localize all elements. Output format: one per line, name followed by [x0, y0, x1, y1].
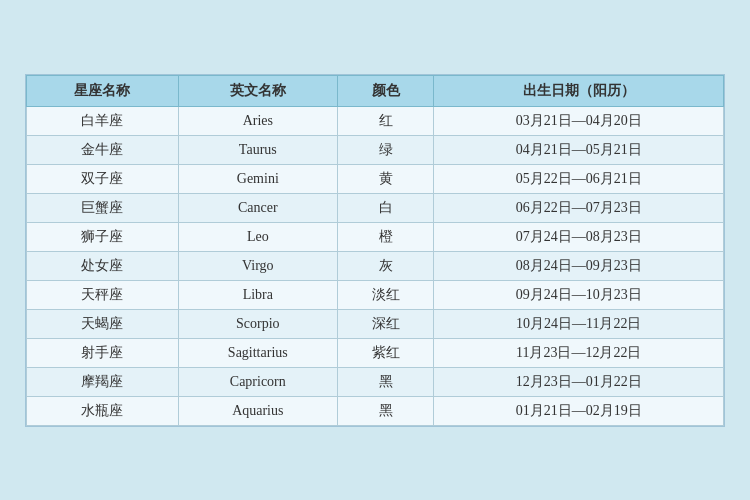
- table-cell: 摩羯座: [27, 367, 179, 396]
- table-cell: Libra: [178, 280, 337, 309]
- table-row: 双子座Gemini黄05月22日—06月21日: [27, 164, 724, 193]
- table-row: 摩羯座Capricorn黑12月23日—01月22日: [27, 367, 724, 396]
- table-cell: 深红: [337, 309, 434, 338]
- header-chinese-name: 星座名称: [27, 75, 179, 106]
- table-cell: 白羊座: [27, 106, 179, 135]
- zodiac-table-container: 星座名称 英文名称 颜色 出生日期（阳历） 白羊座Aries红03月21日—04…: [25, 74, 725, 427]
- table-cell: 巨蟹座: [27, 193, 179, 222]
- table-cell: 07月24日—08月23日: [434, 222, 724, 251]
- table-cell: 04月21日—05月21日: [434, 135, 724, 164]
- table-cell: 黄: [337, 164, 434, 193]
- table-cell: 10月24日—11月22日: [434, 309, 724, 338]
- table-cell: 淡红: [337, 280, 434, 309]
- table-cell: 06月22日—07月23日: [434, 193, 724, 222]
- table-row: 狮子座Leo橙07月24日—08月23日: [27, 222, 724, 251]
- table-cell: 黑: [337, 367, 434, 396]
- table-cell: 黑: [337, 396, 434, 425]
- table-cell: 天秤座: [27, 280, 179, 309]
- table-row: 处女座Virgo灰08月24日—09月23日: [27, 251, 724, 280]
- table-cell: 绿: [337, 135, 434, 164]
- table-cell: Aries: [178, 106, 337, 135]
- table-cell: 01月21日—02月19日: [434, 396, 724, 425]
- table-row: 巨蟹座Cancer白06月22日—07月23日: [27, 193, 724, 222]
- table-cell: Capricorn: [178, 367, 337, 396]
- header-english-name: 英文名称: [178, 75, 337, 106]
- table-cell: 红: [337, 106, 434, 135]
- table-cell: Sagittarius: [178, 338, 337, 367]
- table-cell: Scorpio: [178, 309, 337, 338]
- table-cell: 处女座: [27, 251, 179, 280]
- table-cell: Aquarius: [178, 396, 337, 425]
- table-cell: 紫红: [337, 338, 434, 367]
- header-color: 颜色: [337, 75, 434, 106]
- table-cell: 金牛座: [27, 135, 179, 164]
- table-cell: 水瓶座: [27, 396, 179, 425]
- table-row: 射手座Sagittarius紫红11月23日—12月22日: [27, 338, 724, 367]
- table-cell: 08月24日—09月23日: [434, 251, 724, 280]
- table-cell: 11月23日—12月22日: [434, 338, 724, 367]
- table-cell: Virgo: [178, 251, 337, 280]
- table-cell: 橙: [337, 222, 434, 251]
- table-row: 水瓶座Aquarius黑01月21日—02月19日: [27, 396, 724, 425]
- table-row: 天秤座Libra淡红09月24日—10月23日: [27, 280, 724, 309]
- table-cell: 12月23日—01月22日: [434, 367, 724, 396]
- table-row: 白羊座Aries红03月21日—04月20日: [27, 106, 724, 135]
- table-row: 天蝎座Scorpio深红10月24日—11月22日: [27, 309, 724, 338]
- table-cell: Taurus: [178, 135, 337, 164]
- table-cell: 09月24日—10月23日: [434, 280, 724, 309]
- table-cell: Gemini: [178, 164, 337, 193]
- table-cell: 03月21日—04月20日: [434, 106, 724, 135]
- header-dates: 出生日期（阳历）: [434, 75, 724, 106]
- table-cell: 天蝎座: [27, 309, 179, 338]
- table-cell: 灰: [337, 251, 434, 280]
- table-row: 金牛座Taurus绿04月21日—05月21日: [27, 135, 724, 164]
- table-cell: 白: [337, 193, 434, 222]
- table-cell: 射手座: [27, 338, 179, 367]
- table-cell: 狮子座: [27, 222, 179, 251]
- table-cell: Leo: [178, 222, 337, 251]
- table-cell: 05月22日—06月21日: [434, 164, 724, 193]
- table-header-row: 星座名称 英文名称 颜色 出生日期（阳历）: [27, 75, 724, 106]
- table-cell: Cancer: [178, 193, 337, 222]
- zodiac-table: 星座名称 英文名称 颜色 出生日期（阳历） 白羊座Aries红03月21日—04…: [26, 75, 724, 426]
- table-cell: 双子座: [27, 164, 179, 193]
